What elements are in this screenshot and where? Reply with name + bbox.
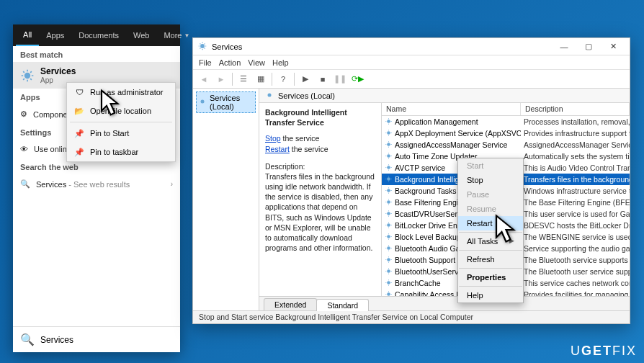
gear-icon [385, 233, 393, 242]
svg-point-11 [387, 200, 390, 204]
search-icon: 🔍 [20, 333, 35, 346]
stop-button[interactable]: ■ [315, 71, 331, 87]
svg-point-18 [387, 281, 390, 284]
open-loc-label: Open file location [90, 107, 151, 115]
service-row[interactable]: AssignedAccessManager ServiceAssignedAcc… [382, 139, 630, 151]
play-button[interactable]: ▶ [298, 71, 313, 87]
pause-button[interactable]: ❚❚ [332, 71, 348, 87]
folder-icon: 📂 [74, 106, 84, 116]
service-desc: Automatically sets the system time zone. [521, 152, 630, 161]
column-description[interactable]: Description [521, 103, 630, 115]
gear-icon [385, 210, 393, 219]
service-desc: The Base Filtering Engine (BFE) is a ser… [521, 198, 630, 207]
close-button[interactable]: ✕ [601, 39, 625, 55]
separator [459, 232, 522, 233]
stop-service-link[interactable]: Stop [265, 134, 281, 143]
ctx-pause[interactable]: Pause [458, 187, 523, 202]
tab-apps[interactable]: Apps [39, 24, 71, 46]
pin-to-taskbar-item[interactable]: 📌 Pin to taskbar [67, 143, 175, 161]
gear-icon [385, 117, 393, 127]
ctx-restart[interactable]: Restart [458, 216, 523, 230]
service-desc: This user service is used for Game Recor… [521, 210, 630, 218]
desc-text: Transfers files in the background using … [265, 171, 375, 253]
pin-icon: 📌 [74, 128, 84, 138]
gear-icon [385, 221, 393, 230]
search-input[interactable] [40, 335, 173, 345]
service-name: AssignedAccessManager Service [395, 140, 507, 149]
run-as-admin-label: Run as administrator [90, 88, 164, 97]
restart-button[interactable]: ⟳▶ [349, 71, 365, 87]
search-result-web[interactable]: 🔍 Services - See web results › [13, 174, 180, 194]
web-row-label: Services - See web results [36, 180, 130, 189]
service-name: Application Management [395, 117, 478, 126]
run-as-admin-item[interactable]: 🛡 Run as administrator [67, 83, 175, 102]
service-row[interactable]: Application ManagementProcesses installa… [382, 116, 630, 127]
ctx-refresh[interactable]: Refresh [458, 252, 523, 266]
restart-suffix: the service [290, 145, 328, 153]
svg-point-0 [24, 72, 30, 78]
search-tabs: All Apps Documents Web More▼ [13, 24, 180, 46]
export-button[interactable]: ▦ [253, 71, 269, 87]
search-input-row: 🔍 [13, 326, 180, 352]
windows-search-panel: All Apps Documents Web More▼ Best match … [13, 24, 180, 352]
column-name[interactable]: Name [382, 103, 521, 115]
open-file-location-item[interactable]: 📂 Open file location [67, 102, 175, 120]
menu-help[interactable]: Help [272, 58, 289, 67]
gear-icon [385, 187, 393, 196]
service-desc: This is Audio Video Control Transport Pr… [521, 163, 630, 172]
properties-button[interactable]: ☰ [236, 71, 251, 87]
gear-icon [385, 244, 393, 254]
titlebar[interactable]: Services — ▢ ✕ [193, 38, 630, 55]
separator [232, 73, 233, 86]
ctx-start[interactable]: Start [458, 158, 523, 173]
gear-icon [385, 129, 393, 138]
pin-to-start-item[interactable]: 📌 Pin to Start [67, 124, 175, 143]
status-bar: Stop and Start service Background Intell… [193, 310, 630, 323]
service-row[interactable]: AppX Deployment Service (AppXSVC)Provide… [382, 127, 630, 139]
detail-heading: Background Intelligent Transfer Service [265, 107, 375, 127]
services-icon [20, 68, 35, 83]
svg-point-9 [387, 177, 390, 181]
ctx-all-tasks[interactable]: All Tasks▶ [458, 234, 523, 248]
service-desc: Windows infrastructure service that cont… [521, 187, 630, 195]
tab-documents[interactable]: Documents [71, 24, 126, 46]
forward-button[interactable]: ► [213, 71, 229, 87]
service-name: AppX Deployment Service (AppXSVC) [395, 129, 521, 138]
gear-icon [385, 175, 393, 184]
help-button[interactable]: ? [275, 71, 291, 87]
menu-file[interactable]: File [199, 58, 212, 67]
search-result-context-menu: 🛡 Run as administrator 📂 Open file locat… [66, 82, 176, 162]
service-context-menu: Start Stop Pause Resume Restart All Task… [457, 158, 524, 303]
menu-view[interactable]: View [248, 58, 265, 67]
service-desc: The WBENGINE service is used by Windows … [521, 233, 630, 241]
best-match-label: Best match [13, 46, 180, 62]
restart-service-link[interactable]: Restart [265, 145, 290, 153]
services-icon [198, 97, 207, 107]
service-detail-pane: Background Intelligent Transfer Service … [259, 103, 382, 296]
services-app-icon [197, 41, 207, 53]
svg-point-8 [387, 166, 390, 169]
maximize-button[interactable]: ▢ [576, 39, 601, 55]
ctx-properties[interactable]: Properties [458, 270, 523, 284]
view-tabs: Extended Standard [259, 296, 630, 310]
back-button[interactable]: ◄ [196, 71, 212, 87]
tab-standard[interactable]: Standard [316, 299, 369, 311]
chevron-down-icon: ▼ [184, 32, 189, 39]
svg-point-19 [387, 292, 390, 296]
services-window: Services — ▢ ✕ File Action View Help ◄ ►… [192, 37, 630, 324]
ctx-stop[interactable]: Stop [458, 173, 523, 187]
tab-more[interactable]: More▼ [156, 24, 197, 46]
separator [459, 286, 522, 287]
tab-all[interactable]: All [16, 24, 39, 46]
service-desc: Service supporting the audio gateway rol… [521, 244, 630, 253]
service-name: AVCTP service [395, 163, 445, 172]
search-icon: 🔍 [20, 179, 30, 189]
tab-web[interactable]: Web [126, 24, 156, 46]
tree-node-services-local[interactable]: Services (Local) [196, 91, 256, 113]
menu-action[interactable]: Action [219, 58, 241, 67]
minimize-button[interactable]: — [552, 39, 576, 55]
tab-extended[interactable]: Extended [264, 298, 317, 310]
tree-node-label: Services (Local) [210, 94, 254, 111]
ctx-help[interactable]: Help [458, 288, 523, 302]
ctx-resume[interactable]: Resume [458, 202, 523, 216]
